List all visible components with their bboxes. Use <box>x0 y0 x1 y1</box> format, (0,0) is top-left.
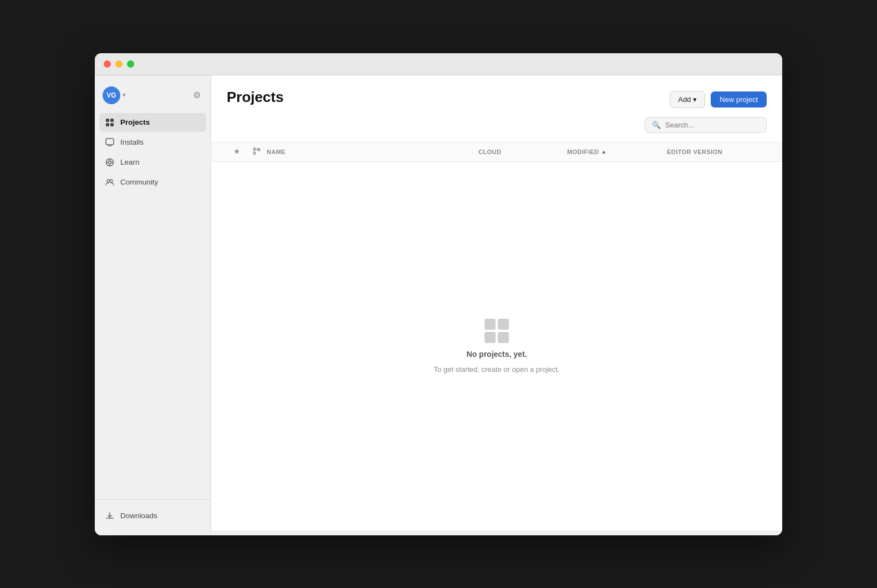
branch-icon <box>253 147 261 156</box>
col-header-star[interactable]: ★ <box>227 148 247 155</box>
sort-arrow-icon: ▲ <box>601 149 606 155</box>
star-icon: ★ <box>234 148 239 155</box>
svg-point-14 <box>253 152 256 155</box>
downloads-icon <box>105 511 115 521</box>
svg-point-11 <box>107 180 110 182</box>
sidebar: VG ▾ ⚙ Projects <box>95 75 211 535</box>
empty-state-icon <box>485 319 509 343</box>
search-input[interactable] <box>665 121 759 129</box>
traffic-lights <box>104 60 134 68</box>
sidebar-item-installs[interactable]: Installs <box>99 133 206 152</box>
sidebar-item-downloads[interactable]: Downloads <box>99 507 206 525</box>
avatar-chevron-icon: ▾ <box>123 91 126 99</box>
header-actions: Add ▾ New project <box>670 91 767 108</box>
minimize-button[interactable] <box>115 60 123 68</box>
new-project-button[interactable]: New project <box>711 91 767 108</box>
col-header-modified[interactable]: MODIFIED ▲ <box>567 149 667 155</box>
sidebar-item-projects-label: Projects <box>120 118 150 126</box>
add-chevron-icon: ▾ <box>693 95 697 104</box>
svg-rect-0 <box>106 119 109 122</box>
svg-rect-2 <box>106 123 109 126</box>
page-title: Projects <box>227 89 284 106</box>
empty-icon-cell <box>498 332 509 343</box>
empty-state-title: No projects, yet. <box>467 350 527 359</box>
search-box: 🔍 <box>645 117 767 133</box>
sidebar-bottom: Downloads <box>95 499 211 535</box>
community-icon <box>105 177 115 187</box>
titlebar <box>95 53 782 75</box>
sidebar-item-projects[interactable]: Projects <box>99 113 206 132</box>
avatar-area[interactable]: VG ▾ <box>103 86 126 104</box>
learn-icon <box>105 157 115 167</box>
empty-icon-cell <box>485 319 496 330</box>
main-content: Projects Add ▾ New project 🔍 ★ <box>211 75 782 535</box>
sidebar-item-installs-label: Installs <box>120 138 144 146</box>
avatar: VG <box>103 86 120 104</box>
col-header-editor-version[interactable]: EDITOR VERSION <box>667 149 767 155</box>
col-header-name[interactable]: NAME <box>267 149 478 155</box>
app-body: VG ▾ ⚙ Projects <box>95 75 782 535</box>
sidebar-item-learn-label: Learn <box>120 158 140 166</box>
svg-rect-3 <box>110 123 114 126</box>
sidebar-nav: Projects Installs <box>95 113 211 499</box>
table-header: ★ NAME CLOUD MODIFIED <box>211 142 782 162</box>
scrollbar[interactable] <box>211 531 782 535</box>
projects-icon <box>105 117 115 127</box>
installs-icon <box>105 137 115 147</box>
search-area: 🔍 <box>211 117 782 142</box>
add-button[interactable]: Add ▾ <box>670 91 705 108</box>
sidebar-item-learn[interactable]: Learn <box>99 153 206 172</box>
svg-point-12 <box>110 180 113 182</box>
col-header-branch[interactable] <box>247 147 267 156</box>
main-header: Projects Add ▾ New project <box>211 75 782 117</box>
sidebar-item-community-label: Community <box>120 178 158 186</box>
svg-rect-4 <box>106 139 114 145</box>
empty-icon-cell <box>498 319 509 330</box>
empty-state-subtitle: To get started, create or open a project… <box>434 365 560 374</box>
table-body: No projects, yet. To get started, create… <box>211 162 782 531</box>
col-header-cloud[interactable]: CLOUD <box>478 149 567 155</box>
app-window: VG ▾ ⚙ Projects <box>95 53 782 535</box>
empty-icon-cell <box>485 332 496 343</box>
svg-point-6 <box>109 161 111 163</box>
svg-rect-1 <box>110 119 114 122</box>
maximize-button[interactable] <box>127 60 134 68</box>
search-icon: 🔍 <box>652 121 661 129</box>
sidebar-item-community[interactable]: Community <box>99 173 206 192</box>
settings-button[interactable]: ⚙ <box>191 88 203 103</box>
sidebar-item-downloads-label: Downloads <box>120 512 157 520</box>
close-button[interactable] <box>104 60 111 68</box>
sidebar-top: VG ▾ ⚙ <box>95 82 211 113</box>
